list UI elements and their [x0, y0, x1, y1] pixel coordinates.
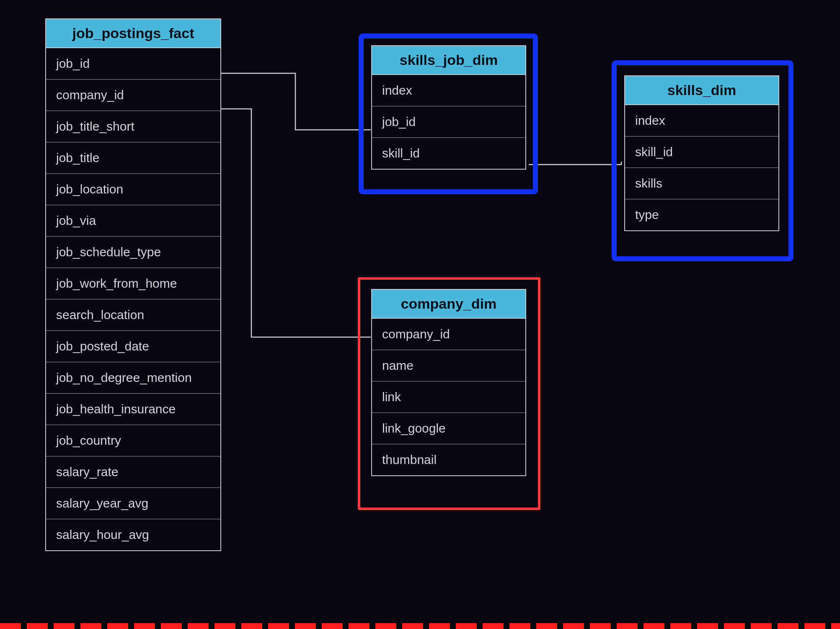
table-row: job_via — [46, 205, 220, 237]
table-header: job_postings_fact — [46, 19, 220, 48]
table-row: name — [372, 350, 525, 382]
table-row: job_id — [372, 106, 525, 138]
table-row: salary_year_avg — [46, 488, 220, 519]
table-row: company_id — [372, 319, 525, 350]
table-job-postings-fact[interactable]: job_postings_fact job_id company_id job_… — [45, 18, 221, 551]
table-row: job_posted_date — [46, 331, 220, 362]
table-skills-dim[interactable]: skills_dim index skill_id skills type — [624, 75, 779, 231]
table-row: salary_hour_avg — [46, 519, 220, 550]
table-row: index — [625, 105, 778, 137]
table-row: search_location — [46, 299, 220, 331]
table-row: skill_id — [625, 137, 778, 168]
table-row: company_id — [46, 80, 220, 111]
table-row: salary_rate — [46, 456, 220, 488]
table-company-dim[interactable]: company_dim company_id name link link_go… — [371, 289, 526, 476]
table-row: job_work_from_home — [46, 268, 220, 299]
table-header: skills_dim — [625, 76, 778, 105]
table-header: company_dim — [372, 290, 525, 319]
table-row: job_title_short — [46, 111, 220, 142]
table-row: job_schedule_type — [46, 237, 220, 268]
table-row: job_country — [46, 425, 220, 456]
table-row: job_location — [46, 174, 220, 205]
table-row: job_health_insurance — [46, 394, 220, 425]
timeline-dashes — [0, 623, 840, 629]
table-row: job_no_degree_mention — [46, 362, 220, 394]
table-row: job_id — [46, 48, 220, 80]
table-skills-job-dim[interactable]: skills_job_dim index job_id skill_id — [371, 45, 526, 170]
table-row: thumbnail — [372, 444, 525, 475]
table-row: link_google — [372, 413, 525, 444]
table-header: skills_job_dim — [372, 46, 525, 75]
table-row: link — [372, 382, 525, 413]
er-diagram-canvas: job_postings_fact job_id company_id job_… — [0, 0, 840, 629]
table-row: skills — [625, 168, 778, 199]
table-row: skill_id — [372, 138, 525, 169]
table-row: type — [625, 199, 778, 230]
table-row: index — [372, 75, 525, 106]
table-row: job_title — [46, 142, 220, 174]
